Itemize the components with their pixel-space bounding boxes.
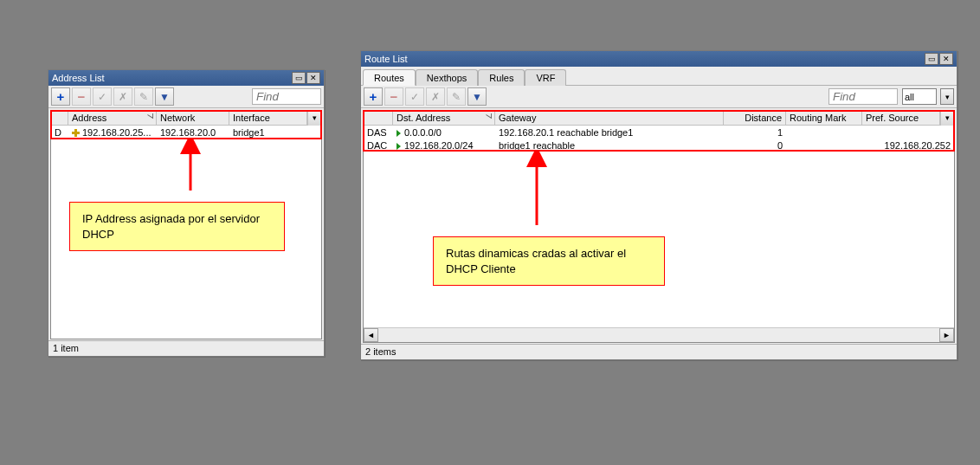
- toolbar: + − ✓ ✗ ✎ ▼: [48, 86, 324, 108]
- toolbar: + − ✓ ✗ ✎ ▼ all ▾: [361, 86, 957, 108]
- route-active-icon: [397, 143, 401, 150]
- row-psource: 192.168.20.252: [862, 140, 954, 151]
- table-row[interactable]: DAC 192.168.20.0/24 bridge1 reachable 0 …: [364, 139, 954, 152]
- add-button[interactable]: +: [364, 87, 383, 106]
- row-gateway: bridge1 reachable: [495, 140, 724, 151]
- enable-button[interactable]: ✓: [93, 87, 112, 106]
- enable-button[interactable]: ✓: [405, 87, 424, 106]
- column-menu-button[interactable]: ▾: [307, 111, 321, 126]
- scroll-left-button[interactable]: ◄: [364, 328, 378, 342]
- filter-dropdown-button[interactable]: ▾: [940, 88, 954, 105]
- col-network[interactable]: Network: [157, 111, 229, 125]
- close-button[interactable]: ✕: [939, 53, 953, 65]
- tab-rules[interactable]: Rules: [478, 69, 525, 86]
- route-list-window: Route List ▭ ✕ Routes Nexthops Rules VRF…: [360, 50, 957, 360]
- disable-button[interactable]: ✗: [426, 87, 445, 106]
- find-input[interactable]: [252, 88, 321, 105]
- row-gateway: 192.168.20.1 reachable bridge1: [495, 127, 724, 138]
- row-flag: DAC: [364, 140, 393, 151]
- comment-button[interactable]: ✎: [447, 87, 466, 106]
- row-dst: 192.168.20.0/24: [393, 140, 495, 151]
- row-network: 192.168.20.0: [157, 127, 229, 138]
- column-menu-button[interactable]: ▾: [940, 111, 954, 126]
- col-pref-source[interactable]: Pref. Source: [862, 111, 940, 125]
- tab-nexthops[interactable]: Nexthops: [416, 69, 478, 86]
- col-gateway[interactable]: Gateway: [495, 111, 724, 125]
- status-bar: 2 items: [361, 344, 957, 359]
- row-distance: 1: [724, 127, 786, 138]
- h-scrollbar[interactable]: ◄ ►: [364, 327, 954, 342]
- grid-header[interactable]: Dst. Address Gateway Distance Routing Ma…: [364, 111, 954, 126]
- filter-button[interactable]: ▼: [467, 87, 487, 106]
- remove-button[interactable]: −: [384, 87, 403, 106]
- col-routing-mark[interactable]: Routing Mark: [786, 111, 862, 125]
- find-input[interactable]: [828, 88, 898, 105]
- titlebar[interactable]: Address List ▭ ✕: [48, 70, 324, 86]
- close-button[interactable]: ✕: [306, 72, 320, 84]
- route-active-icon: [397, 130, 401, 137]
- titlebar[interactable]: Route List ▭ ✕: [361, 51, 957, 67]
- col-flag[interactable]: [364, 111, 393, 125]
- minimize-button[interactable]: ▭: [925, 53, 938, 65]
- add-button[interactable]: +: [51, 87, 70, 106]
- status-bar: 1 item: [48, 340, 324, 356]
- col-dst[interactable]: Dst. Address: [393, 111, 495, 125]
- address-icon: [72, 129, 80, 137]
- row-interface: bridge1: [229, 127, 321, 138]
- tab-vrf[interactable]: VRF: [525, 69, 566, 86]
- col-distance[interactable]: Distance: [724, 111, 786, 125]
- col-flag[interactable]: [51, 111, 68, 125]
- row-address: 192.168.20.25...: [68, 127, 157, 138]
- grid-header[interactable]: Address Network Interface ▾: [51, 111, 321, 126]
- tab-routes[interactable]: Routes: [363, 69, 416, 86]
- window-title: Address List: [52, 73, 105, 83]
- table-row[interactable]: D 192.168.20.25... 192.168.20.0 bridge1: [51, 126, 321, 139]
- row-distance: 0: [724, 140, 786, 151]
- minimize-button[interactable]: ▭: [292, 72, 306, 84]
- comment-button[interactable]: ✎: [134, 87, 153, 106]
- row-flag: D: [51, 127, 68, 138]
- disable-button[interactable]: ✗: [113, 87, 132, 106]
- filter-button[interactable]: ▼: [155, 87, 174, 106]
- table-row[interactable]: DAS 0.0.0.0/0 192.168.20.1 reachable bri…: [364, 126, 954, 139]
- filter-scope-select[interactable]: all: [902, 88, 937, 105]
- col-interface[interactable]: Interface: [229, 111, 307, 125]
- col-address[interactable]: Address: [68, 111, 157, 125]
- grid-area: Dst. Address Gateway Distance Routing Ma…: [363, 110, 955, 343]
- row-dst: 0.0.0.0/0: [393, 127, 495, 138]
- scroll-right-button[interactable]: ►: [939, 328, 954, 342]
- callout-address: IP Address asignada por el servidor DHCP: [69, 202, 285, 251]
- tabbar: Routes Nexthops Rules VRF: [361, 67, 957, 86]
- window-title: Route List: [364, 54, 408, 64]
- remove-button[interactable]: −: [72, 87, 91, 106]
- row-flag: DAS: [364, 127, 393, 138]
- callout-routes: Rutas dinamicas cradas al activar el DHC…: [433, 236, 665, 286]
